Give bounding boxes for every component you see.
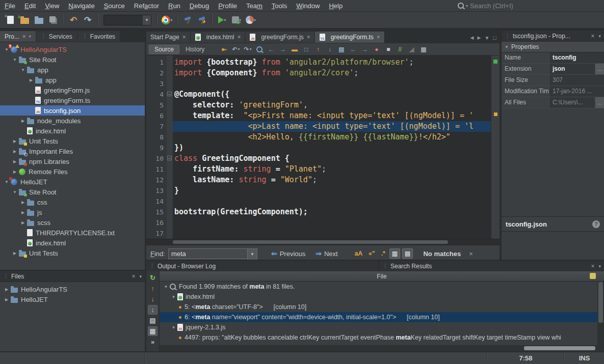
expander-open-icon[interactable]: ▼: [170, 295, 177, 299]
expander-closed-icon[interactable]: ▶: [19, 119, 27, 123]
result-row[interactable]: 5: <meta charset="UTF-8"> [column 10]: [160, 302, 604, 312]
menu-source[interactable]: Source: [99, 2, 129, 10]
files-list[interactable]: ▶HelloAngularTS▶HelloJET: [0, 282, 145, 304]
redo-button[interactable]: ↷: [81, 13, 94, 26]
find-history-dropdown-icon[interactable]: ▼: [247, 248, 257, 260]
logical-view-button[interactable]: ▤: [148, 316, 157, 325]
close-icon[interactable]: ×: [469, 250, 473, 258]
ellipsis-button[interactable]: …: [595, 64, 604, 74]
expander-open-icon[interactable]: ▼: [163, 285, 169, 289]
find-next-button[interactable]: ⇒ Next: [312, 248, 341, 259]
forward-icon[interactable]: ↷▾: [242, 45, 253, 54]
undo-button[interactable]: ↶: [67, 13, 80, 26]
projects-tree[interactable]: ▼HelloAngularTS▼Site Root▼app▶appgreetin…: [0, 42, 145, 270]
editor-settings-icon[interactable]: ▦: [418, 45, 429, 54]
close-icon[interactable]: ×: [307, 34, 310, 41]
expander-open-icon[interactable]: ▼: [170, 325, 177, 330]
tree-item-npm-libraries[interactable]: ▶npm Libraries: [0, 156, 145, 166]
close-icon[interactable]: ×: [22, 33, 26, 40]
more-buttons-button[interactable]: »: [148, 337, 157, 347]
tab-favorites[interactable]: ⋮Favorites: [77, 31, 120, 42]
maximize-icon[interactable]: □: [493, 35, 496, 41]
result-row[interactable]: ▼jquery-2.1.3.js: [160, 322, 604, 332]
regular-expression-toggle[interactable]: .*: [379, 249, 387, 258]
tree-item-thirdpartylicense-txt[interactable]: THIRDPARTYLICENSE.txt: [0, 228, 145, 238]
menu-refactor[interactable]: Refactor: [129, 2, 164, 10]
vertical-scrollbar[interactable]: [597, 281, 604, 351]
close-icon[interactable]: ×: [237, 34, 241, 41]
files-item-helloangularts[interactable]: ▶HelloAngularTS: [0, 284, 145, 294]
expander-closed-icon[interactable]: ▶: [11, 139, 18, 144]
horizontal-scrollbar[interactable]: [160, 345, 597, 351]
expander-open-icon[interactable]: ▼: [3, 180, 10, 184]
save-all-button[interactable]: [46, 13, 60, 26]
menu-profile[interactable]: Profile: [214, 2, 242, 10]
expander-closed-icon[interactable]: ▶: [3, 287, 10, 292]
fold-toggle-icon[interactable]: [167, 153, 173, 164]
menu-help[interactable]: Help: [324, 2, 347, 10]
rectangular-selection-icon[interactable]: □: [301, 45, 311, 54]
close-icon[interactable]: ×: [591, 33, 594, 40]
wrap-around-toggle[interactable]: ▤: [402, 248, 413, 259]
editor-tab-greetingform-ts[interactable]: greetingForm.ts×: [315, 32, 385, 43]
error-stripe[interactable]: [491, 55, 500, 239]
tree-item-js[interactable]: ▶js: [0, 207, 145, 217]
expander-closed-icon[interactable]: ▶: [11, 159, 18, 164]
scroll-left-icon[interactable]: ◀: [470, 35, 474, 40]
menu-run[interactable]: Run: [164, 2, 185, 10]
find-previous-button[interactable]: ⇐ Previous: [268, 248, 309, 259]
ellipsis-button[interactable]: …: [595, 97, 604, 108]
back-icon[interactable]: ↶▾: [230, 45, 241, 54]
expander-closed-icon[interactable]: ▶: [19, 200, 27, 205]
whole-words-toggle[interactable]: «”: [366, 249, 377, 258]
scroll-right-icon[interactable]: ▶: [478, 35, 481, 40]
close-icon[interactable]: ×: [132, 273, 135, 280]
memory-combobox[interactable]: ▼: [101, 13, 153, 26]
menu-view[interactable]: View: [40, 2, 64, 10]
expander-closed-icon[interactable]: ▶: [11, 251, 18, 256]
file-column-header[interactable]: File: [160, 271, 604, 282]
next-match-button[interactable]: ↓: [148, 294, 157, 304]
tree-item-scss[interactable]: ▶scss: [0, 217, 145, 228]
previous-occurrence-icon[interactable]: ↑: [312, 45, 323, 54]
expander-closed-icon[interactable]: ▶: [11, 170, 18, 174]
fold-toggle-icon[interactable]: [167, 89, 173, 100]
tree-item-unit-tests[interactable]: ▶Unit Tests: [0, 248, 145, 258]
editor-horizontal-scrollbar[interactable]: [146, 239, 500, 245]
column-settings-icon[interactable]: [590, 273, 596, 279]
tree-item-css[interactable]: ▶css: [0, 197, 145, 207]
files-item-hellojet[interactable]: ▶HelloJET: [0, 294, 145, 304]
shift-line-left-icon[interactable]: ←: [348, 45, 358, 54]
menu-tools[interactable]: Tools: [267, 2, 292, 10]
expander-closed-icon[interactable]: ▶: [3, 297, 10, 302]
tree-item-site-root[interactable]: ▼Site Root: [0, 187, 145, 197]
code-editor[interactable]: 1import {bootstrap} from 'angular2/platf…: [146, 55, 500, 239]
new-project-button[interactable]: [18, 13, 31, 26]
tree-item-remote-files[interactable]: ▶Remote Files: [0, 166, 145, 177]
result-row[interactable]: 6: <meta name="viewport" content="width=…: [160, 312, 604, 322]
minimize-icon[interactable]: ▾: [29, 34, 31, 39]
tree-item-index-html[interactable]: index.html: [0, 126, 145, 136]
editor-tab-greetingform-js[interactable]: greetingForm.js×: [245, 32, 314, 43]
expander-closed-icon[interactable]: ▶: [19, 220, 27, 225]
run-project-button[interactable]: ▾: [216, 13, 229, 26]
build-project-button[interactable]: [181, 13, 194, 26]
source-view-button[interactable]: Source: [149, 45, 179, 54]
tree-item-site-root[interactable]: ▼Site Root: [0, 54, 145, 65]
menu-team[interactable]: Team: [242, 2, 267, 10]
clean-build-project-button[interactable]: [195, 13, 208, 26]
find-input[interactable]: meta ▼: [168, 248, 248, 259]
expander-open-icon[interactable]: ▼: [11, 58, 18, 62]
new-file-button[interactable]: [4, 13, 17, 26]
tree-item-tsconfig-json[interactable]: tsconfig.json: [0, 105, 145, 116]
physical-view-button[interactable]: ▦: [148, 326, 157, 336]
next-occurrence-icon[interactable]: ↓: [324, 45, 335, 54]
toggle-bookmark-icon[interactable]: ▬: [289, 45, 300, 54]
menu-edit[interactable]: Edit: [20, 2, 40, 10]
debug-project-button[interactable]: ▾: [230, 13, 243, 26]
tree-item-node_modules[interactable]: ▶node_modules: [0, 116, 145, 126]
tree-item-helloangularts[interactable]: ▼HelloAngularTS: [0, 44, 145, 54]
minimize-icon[interactable]: ▾: [139, 274, 142, 279]
stop-macro-icon[interactable]: ■: [383, 45, 393, 54]
help-icon[interactable]: ?: [592, 220, 600, 228]
